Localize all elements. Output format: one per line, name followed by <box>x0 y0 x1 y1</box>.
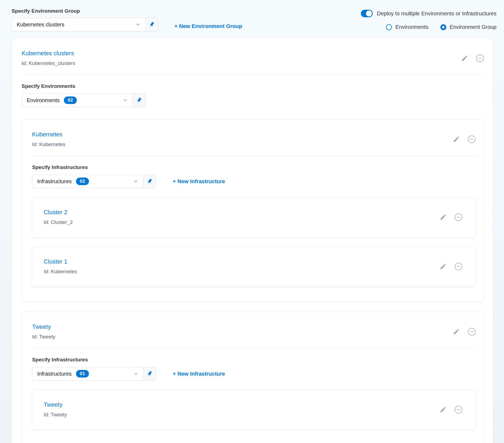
edit-pencil-icon[interactable] <box>440 263 447 270</box>
new-infrastructure-link[interactable]: + New Infrastructure <box>173 178 225 185</box>
infrastructure-header: Cluster 1 Id: Kubernetes <box>44 258 463 275</box>
environments-dropdown-main[interactable]: Environments 02 <box>22 94 132 107</box>
specify-environment-group-label: Specify Environment Group <box>12 8 158 14</box>
edit-pencil-icon[interactable] <box>440 406 447 413</box>
environment-title-link[interactable]: Kubernetes <box>32 131 65 138</box>
infrastructure-card-cluster-1: Cluster 1 Id: Kubernetes <box>32 247 476 287</box>
environment-group-id: Id: Kubernetes_clusters <box>22 60 75 66</box>
environment-group-header-text: Kubernetes clusters Id: Kubernetes_clust… <box>22 50 75 66</box>
environment-group-header: Kubernetes clusters Id: Kubernetes_clust… <box>22 50 484 66</box>
remove-minus-circle-icon[interactable] <box>454 213 463 221</box>
edit-pencil-icon[interactable] <box>461 55 468 62</box>
infrastructures-dropdown-main[interactable]: Infrastructures 01 <box>32 367 143 380</box>
infrastructures-dropdown-value: Infrastructures <box>37 371 72 377</box>
specify-infrastructures-label: Specify Infrastructures <box>32 164 476 170</box>
infrastructures-dropdown-row: Infrastructures 02 + New Infrastructure <box>32 175 476 188</box>
header-divider <box>32 348 476 348</box>
radio-environments-circle[interactable] <box>386 24 392 30</box>
deploy-toggle-row: Deploy to multiple Environments or Infra… <box>361 10 496 17</box>
specify-environments-label: Specify Environments <box>22 83 484 89</box>
environment-header: Tweety Id: Tweety <box>32 323 476 340</box>
infrastructure-card-tweety: Tweety Id: Tweety <box>32 390 476 430</box>
edit-pencil-icon[interactable] <box>453 328 460 335</box>
deploy-options: Deploy to multiple Environments or Infra… <box>361 8 496 30</box>
environment-title-link[interactable]: Tweety <box>32 323 55 330</box>
environment-header-text: Kubernetes Id: Kubernetes <box>32 131 65 147</box>
edit-pencil-icon[interactable] <box>440 214 447 221</box>
infrastructures-dropdown-row: Infrastructures 01 + New Infrastructure <box>32 367 476 380</box>
chevron-down-icon <box>129 371 139 376</box>
environment-group-card: Kubernetes clusters Id: Kubernetes_clust… <box>12 38 493 443</box>
infrastructure-header: Cluster 2 Id: Cluster_2 <box>44 209 463 225</box>
infrastructure-id: Id: Tweety <box>44 412 67 418</box>
environments-dropdown-row: Environments 02 <box>22 94 484 107</box>
environment-group-dropdown[interactable]: Kubernetes clusters <box>12 18 158 31</box>
environment-id: Id: Kubernetes <box>32 141 65 147</box>
infrastructure-actions <box>440 405 463 414</box>
infrastructures-dropdown[interactable]: Infrastructures 01 <box>32 367 156 380</box>
pin-icon[interactable] <box>145 18 158 31</box>
environment-card-tweety: Tweety Id: Tweety Specify Infrastructure… <box>22 312 484 443</box>
pin-icon[interactable] <box>132 94 145 107</box>
radio-environment-group-label: Environment Group <box>450 24 496 30</box>
infrastructure-header-text: Tweety Id: Tweety <box>44 401 67 418</box>
radio-environments[interactable]: Environments <box>386 24 428 30</box>
environment-group-actions <box>461 54 484 63</box>
deploy-multiple-toggle[interactable] <box>361 10 373 17</box>
environment-actions <box>453 327 476 336</box>
environment-group-dropdown-main[interactable]: Kubernetes clusters <box>12 18 145 31</box>
environment-id: Id: Tweety <box>32 334 55 340</box>
top-bar: Specify Environment Group Kubernetes clu… <box>0 0 504 31</box>
infrastructures-dropdown-value: Infrastructures <box>37 178 72 185</box>
remove-minus-circle-icon[interactable] <box>454 405 463 414</box>
remove-minus-circle-icon[interactable] <box>467 135 476 144</box>
environment-group-selector: Specify Environment Group Kubernetes clu… <box>12 8 158 31</box>
radio-environment-group[interactable]: Environment Group <box>440 24 496 30</box>
chevron-down-icon <box>118 98 128 103</box>
infrastructure-header-text: Cluster 2 Id: Cluster_2 <box>44 209 73 225</box>
environments-count-badge: 02 <box>64 96 77 104</box>
chevron-down-icon <box>131 22 141 27</box>
infrastructures-dropdown[interactable]: Infrastructures 02 <box>32 175 156 188</box>
infrastructure-actions <box>440 262 463 271</box>
pin-icon[interactable] <box>143 175 156 188</box>
infrastructure-actions <box>440 213 463 221</box>
environments-dropdown-value: Environments <box>27 97 60 103</box>
new-environment-group-link[interactable]: + New Environment Group <box>174 23 242 29</box>
pin-icon[interactable] <box>143 367 156 380</box>
infrastructure-id: Id: Cluster_2 <box>44 219 73 225</box>
new-infrastructure-link[interactable]: + New Infrastructure <box>173 371 225 377</box>
infrastructure-header-text: Cluster 1 Id: Kubernetes <box>44 258 77 275</box>
remove-minus-circle-icon[interactable] <box>454 262 463 271</box>
infrastructures-count-badge: 02 <box>76 178 89 185</box>
infrastructures-count-badge: 01 <box>76 370 89 378</box>
edit-pencil-icon[interactable] <box>453 136 460 143</box>
environment-header: Kubernetes Id: Kubernetes <box>32 131 476 147</box>
infrastructure-title-link[interactable]: Cluster 2 <box>44 209 73 216</box>
environments-dropdown[interactable]: Environments 02 <box>22 94 146 107</box>
target-type-radio-group: Environments Environment Group <box>386 24 496 30</box>
infrastructures-dropdown-main[interactable]: Infrastructures 02 <box>32 175 143 188</box>
specify-infrastructures-label: Specify Infrastructures <box>32 357 476 363</box>
environment-actions <box>453 135 476 144</box>
infrastructure-header: Tweety Id: Tweety <box>44 401 463 418</box>
environment-group-title-link[interactable]: Kubernetes clusters <box>22 50 75 57</box>
infrastructure-card-cluster-2: Cluster 2 Id: Cluster_2 <box>32 197 476 237</box>
environment-card-kubernetes: Kubernetes Id: Kubernetes Specify Infras… <box>22 119 484 302</box>
toggle-knob <box>366 11 372 16</box>
radio-environment-group-circle[interactable] <box>440 24 446 30</box>
chevron-down-icon <box>129 179 139 184</box>
radio-environments-label: Environments <box>395 24 428 30</box>
environment-header-text: Tweety Id: Tweety <box>32 323 55 340</box>
header-divider <box>22 74 484 75</box>
infrastructure-title-link[interactable]: Tweety <box>44 401 67 408</box>
infrastructure-id: Id: Kubernetes <box>44 269 77 275</box>
header-divider <box>32 155 476 156</box>
environment-group-dropdown-value: Kubernetes clusters <box>17 22 64 28</box>
remove-minus-circle-icon[interactable] <box>467 327 476 336</box>
remove-minus-circle-icon[interactable] <box>476 54 484 63</box>
infrastructure-title-link[interactable]: Cluster 1 <box>44 258 77 265</box>
deploy-toggle-label: Deploy to multiple Environments or Infra… <box>377 11 496 17</box>
